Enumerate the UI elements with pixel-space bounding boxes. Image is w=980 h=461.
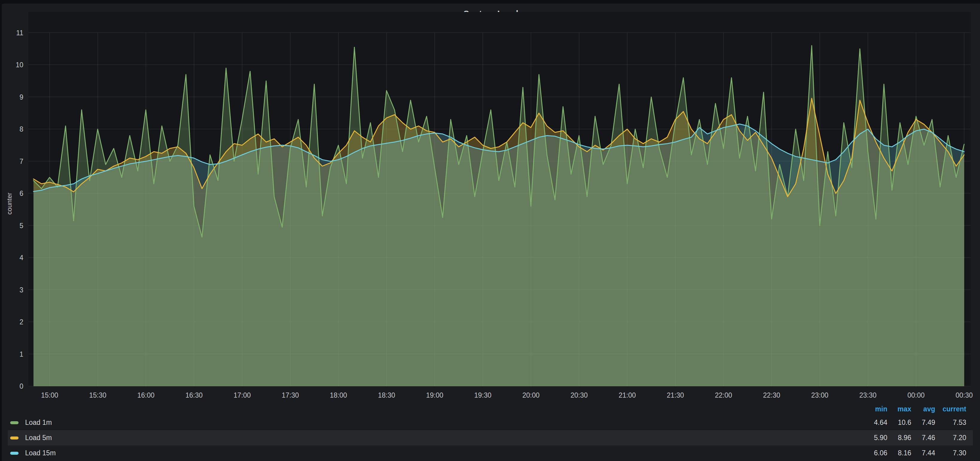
legend-header-row: min max avg current: [8, 403, 973, 415]
x-axis-tick-label: 17:00: [224, 391, 260, 400]
x-axis-tick-label: 19:00: [417, 391, 453, 400]
x-axis-tick-label: 20:30: [561, 391, 597, 400]
y-axis-tick-label: 0: [2, 382, 23, 391]
series-label[interactable]: Load 15m: [25, 449, 56, 457]
x-axis-tick-label: 17:30: [272, 391, 308, 400]
legend-row-load-15m[interactable]: Load 15m 6.06 8.16 7.44 7.30: [8, 445, 973, 461]
y-axis-tick-label: 10: [2, 60, 23, 69]
x-axis-tick-label: 18:30: [369, 391, 404, 400]
x-axis-tick-label: 15:00: [32, 391, 68, 400]
x-axis-tick-label: 20:00: [513, 391, 549, 400]
stat-avg: 7.46: [911, 434, 935, 442]
stat-min: 6.06: [864, 449, 887, 457]
y-axis-tick-label: 9: [2, 93, 23, 102]
stat-max: 8.96: [887, 434, 911, 442]
stat-min: 4.64: [864, 418, 887, 427]
x-axis-tick-label: 16:30: [176, 391, 212, 400]
x-axis-tick-label: 21:30: [657, 391, 693, 400]
series-color-swatch-icon[interactable]: [10, 421, 19, 424]
legend-table: min max avg current Load 1m 4.64 10.6 7.…: [8, 403, 973, 461]
y-axis-tick-label: 11: [2, 29, 23, 37]
stat-current: 7.30: [935, 449, 966, 457]
x-axis-tick-label: 22:00: [706, 391, 741, 400]
x-axis-tick-label: 23:30: [850, 391, 886, 400]
stat-max: 8.16: [887, 449, 911, 457]
stat-current: 7.53: [935, 418, 966, 427]
y-axis-tick-label: 4: [2, 253, 23, 262]
stat-max: 10.6: [887, 418, 911, 427]
legend-sort-min[interactable]: min: [864, 405, 887, 413]
x-axis-tick-label: 21:00: [609, 391, 645, 400]
y-axis-tick-label: 7: [2, 157, 23, 166]
y-axis-title: counter: [6, 192, 13, 215]
legend-sort-max[interactable]: max: [887, 405, 911, 413]
x-axis-tick-label: 22:30: [754, 391, 789, 400]
legend-row-load-5m[interactable]: Load 5m 5.90 8.96 7.46 7.20: [8, 430, 973, 445]
x-axis-tick-label: 18:00: [320, 391, 356, 400]
series-label[interactable]: Load 5m: [25, 434, 52, 442]
stat-avg: 7.49: [911, 418, 935, 427]
x-axis-tick-label: 15:30: [80, 391, 116, 400]
y-axis-tick-label: 5: [2, 221, 23, 230]
x-axis-tick-label: 00:30: [946, 391, 980, 400]
stat-current: 7.20: [935, 434, 966, 442]
y-axis-tick-label: 3: [2, 286, 23, 294]
series-label[interactable]: Load 1m: [25, 418, 52, 427]
stat-avg: 7.44: [911, 449, 935, 457]
x-axis-tick-label: 23:00: [802, 391, 838, 400]
stat-min: 5.90: [864, 434, 887, 442]
series-color-swatch-icon[interactable]: [10, 437, 19, 439]
legend-sort-avg[interactable]: avg: [911, 405, 935, 413]
legend-sort-current[interactable]: current: [935, 405, 966, 413]
y-axis-tick-label: 2: [2, 318, 23, 326]
series-color-swatch-icon[interactable]: [10, 452, 19, 455]
x-axis-tick-label: 16:00: [128, 391, 164, 400]
y-axis-tick-label: 8: [2, 125, 23, 134]
chart-plot-area[interactable]: [29, 12, 971, 386]
y-axis-tick-label: 1: [2, 350, 23, 359]
legend-row-load-1m[interactable]: Load 1m 4.64 10.6 7.49 7.53: [8, 415, 973, 430]
x-axis-tick-label: 19:30: [465, 391, 501, 400]
x-axis-tick-label: 00:00: [898, 391, 934, 400]
graph-panel: System Load 01234567891011 15:0015:3016:…: [2, 3, 980, 461]
